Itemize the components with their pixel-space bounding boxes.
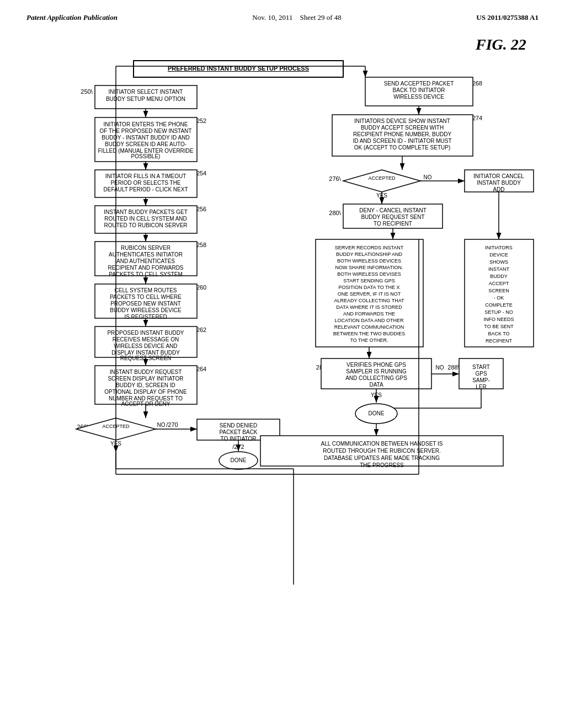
header-publication: Patent Application Publication — [26, 13, 118, 22]
ref-288: 288\ — [447, 364, 460, 371]
ref-270: /270 — [166, 421, 178, 428]
text-282-10: DATA WHERE IT IS STORED — [336, 304, 402, 310]
text-258-4: RECIPIENT AND FORWARDS — [108, 265, 183, 271]
text-278-2: INSTANT BUDDY — [477, 180, 521, 186]
text-274-2: BUDDY ACCEPT SCREEN WITH — [361, 125, 444, 131]
ref-280: 280\ — [329, 210, 341, 216]
text-282-14: BETWEEN THE TWO BUDDIES — [333, 331, 406, 336]
text-282-11: AND FORWARDS THE — [343, 311, 395, 317]
text-268-2: BACK TO INITIATOR — [393, 87, 445, 93]
text-282-4: NOW SHARE INFORMATION. — [335, 265, 403, 270]
diagram-area: FIG. 22 PREFERRED INSTANT BUDDY SETUP PR… — [0, 28, 565, 651]
text-280-1: DENY - CANCEL INSTANT — [359, 207, 427, 213]
text-256-3: ROUTED TO RUBICON SERVER — [104, 222, 187, 228]
text-268-1: SEND ACCEPTED PACKET — [384, 81, 454, 87]
text-284-1: INITIATORS — [485, 245, 513, 250]
text-256-2: ROUTED IN CELL SYSTEM AND — [104, 216, 187, 222]
text-done-2: DONE — [369, 410, 385, 416]
text-282-6: START SENDING GPS — [343, 278, 395, 283]
ref-250: 250\ — [81, 88, 93, 95]
text-284-11: INFO NEEDS — [483, 317, 514, 322]
text-284-13: BACK TO — [488, 331, 509, 336]
text-252-4: BUDDY SCREEN ID ARE AUTO- — [105, 141, 186, 147]
text-done-1: DONE — [231, 457, 247, 463]
text-252-6: POSSIBLE) — [131, 153, 161, 159]
header-patent: US 2011/0275388 A1 — [476, 13, 539, 22]
fig-label: FIG. 22 — [475, 36, 526, 53]
text-bottom-2: ROUTED THROUGH THE RUBICON SERVER. — [323, 448, 440, 454]
text-accept-276: ACCEPTED — [368, 175, 396, 181]
text-284-9: COMPLETE — [485, 302, 513, 308]
text-282-5: BOTH WIRELESS DEVISES — [337, 271, 401, 277]
text-274-4: ID AND SCREEN ID - INITIATOR MUST — [353, 138, 451, 144]
text-282-8: ONE SERVER, IF IT IS NOT — [338, 291, 401, 297]
text-274-1: INITIATORS DEVICE SHOW INSTANT — [354, 118, 450, 124]
text-274-3: RECIPIENT PHONE NUMBER, BUDDY — [353, 131, 452, 137]
text-252-2: OF THE PROPOSED NEW INSTANT — [100, 128, 192, 134]
text-bottom-3: DATABASE UPDATES ARE MADE TRACKING — [324, 455, 440, 461]
text-284-7: SCREEN — [488, 288, 509, 293]
text-254-2: PERIOD OR SELECTS THE — [110, 180, 180, 186]
text-264-4: OPTIONAL DISPLAY OF PHONE — [104, 389, 187, 395]
text-278-3: ADD — [493, 186, 504, 192]
text-284-5: BUDDY — [490, 274, 508, 279]
text-282-2: BUDDY RELATIONSHIP AND — [336, 251, 403, 257]
text-260-2: PACKETS TO CELL WHERE — [110, 294, 182, 300]
text-288-3: SAMP- — [472, 377, 490, 383]
text-denied-2: PACKET BACK — [219, 429, 257, 435]
text-288-4: LER — [476, 384, 486, 390]
text-264-1: INSTANT BUDDY REQUEST — [110, 369, 182, 375]
text-262-1: PROPOSED INSTANT BUDDY — [107, 330, 184, 336]
text-288-2: GPS — [475, 371, 487, 377]
page-header: Patent Application Publication Nov. 10, … — [0, 0, 565, 28]
text-262-2: RECEIVES MESSAGE ON — [113, 336, 179, 342]
text-286-2: SAMPLER IS RUNNING — [346, 368, 407, 374]
text-250-1: INITIATOR SELECT INSTANT — [109, 89, 183, 95]
text-284-2: DEVICE — [489, 252, 508, 258]
text-282-12: LOCATION DATA AND OTHER — [334, 318, 404, 323]
text-264-2: SCREEN DISPLAY INITIATOR — [108, 376, 183, 382]
label-no-266: NO — [157, 422, 166, 428]
text-260-4: BUDDY WIRELESS DEVICE — [110, 307, 182, 313]
text-282-9: ALREADY COLLECTING THAT — [334, 298, 404, 303]
text-284-6: ACCEPT — [489, 281, 509, 286]
text-260-1: CELL SYSTEM ROUTES — [115, 287, 177, 293]
text-282-7: POSITION DATA TO THE X — [338, 285, 399, 290]
text-282-13: RELEVANT COMMUNICATION — [334, 324, 404, 330]
text-denied-1: SEND DENIED — [220, 422, 257, 429]
text-260-3: PROPOSED NEW INSTANT — [110, 301, 181, 307]
flowchart-svg: FIG. 22 PREFERRED INSTANT BUDDY SETUP PR… — [23, 33, 542, 640]
text-268-3: WIRELESS DEVICE — [393, 94, 444, 100]
text-284-4: INSTANT — [488, 266, 509, 272]
text-256-1: INSTANT BUDDY PACKETS GET — [104, 209, 188, 215]
text-286-4: DATA — [369, 382, 383, 388]
text-264-3: BUDDY ID, SCREEN ID — [116, 382, 175, 388]
text-280-2: BUDDY REQUEST SENT — [361, 214, 424, 220]
text-258-2: AUTHENTICATES INITIATOR — [109, 251, 183, 258]
text-284-10: SETUP - NO — [484, 309, 513, 315]
text-278-1: INITIATOR CANCEL — [473, 173, 524, 179]
text-258-3: AND AUTHENTICATES — [116, 258, 175, 264]
text-282-3: BOTH WIRELESS DEVICES — [337, 258, 401, 264]
text-282-1: SERVER RECORDS INSTANT — [335, 245, 404, 250]
text-284-3: SHOWS — [489, 259, 508, 265]
text-282-15: TO THE OTHER. — [350, 338, 388, 343]
text-286-1: VERIFIES PHONE GPS — [347, 362, 406, 368]
ref-276: 276\ — [329, 175, 341, 182]
label-no-286: NO — [436, 365, 444, 371]
text-258-1: RUBICON SERVER — [121, 245, 170, 251]
text-280-3: TO RECIPIENT — [374, 221, 412, 227]
text-252-3: BUDDY - INSTANT BUDDY ID AND — [102, 135, 189, 141]
header-date-sheet: Nov. 10, 2011 Sheet 29 of 48 — [252, 13, 342, 22]
text-bottom-4: THE PROGRESS — [360, 462, 404, 468]
text-250-2: BUDDY SETUP MENU OPTION — [106, 96, 185, 102]
text-286-3: AND COLLECTING GPS — [345, 375, 407, 381]
text-262-3: WIRELESS DEVICE AND — [114, 343, 177, 349]
text-284-8: - OK — [494, 295, 504, 301]
text-288-1: START — [472, 364, 490, 370]
text-254-1: INITIATOR FILLS IN A TIMEOUT — [105, 173, 186, 179]
label-no-276: NO — [424, 174, 432, 180]
text-274-5: OK (ACCEPT TO COMPLETE SETUP) — [354, 144, 450, 151]
text-284-14: RECIPIENT — [486, 338, 513, 344]
text-284-12: TO BE SENT — [484, 324, 514, 329]
